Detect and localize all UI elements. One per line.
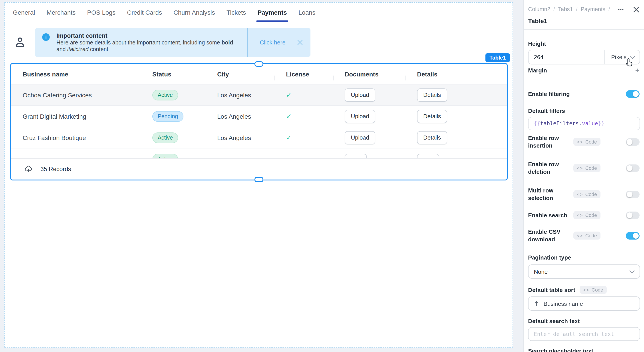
pagination-type-select[interactable]: None (528, 264, 640, 279)
code-toggle-button[interactable]: <>Code (574, 211, 600, 219)
records-count: 35 Records (40, 166, 71, 172)
code-toggle-button[interactable]: <>Code (574, 190, 600, 198)
default-search-input[interactable] (528, 331, 640, 337)
details-button[interactable]: Details (417, 88, 447, 102)
tab-churn-analysis[interactable]: Churn Analysis (174, 3, 215, 22)
tab-loans[interactable]: Loans (298, 3, 315, 22)
cell-city: Los Angeles (206, 113, 274, 120)
tab-pos-logs[interactable]: POS Logs (87, 3, 116, 22)
code-toggle-button[interactable]: <>Code (574, 138, 600, 146)
default-table-sort-label: Default table sort (528, 286, 575, 293)
tab-tickets[interactable]: Tickets (226, 3, 246, 22)
banner-link[interactable]: Click here (260, 39, 286, 46)
column-header-license[interactable]: License (274, 71, 333, 78)
details-button[interactable]: Details (417, 131, 447, 144)
margin-row: Margin + (528, 67, 640, 74)
info-icon: i (42, 33, 50, 41)
code-toggle-button[interactable]: <>Code (574, 232, 600, 240)
default-filters-label: Default filters (528, 107, 565, 115)
column-header-status[interactable]: Status (141, 71, 206, 78)
table-widget[interactable]: Business name Status City License Docume… (10, 63, 508, 180)
breadcrumb-item[interactable]: Tabs1 (558, 6, 573, 13)
app-stage: General Merchants POS Logs Credit Cards … (0, 0, 644, 352)
default-search-field (528, 327, 640, 341)
chevron-down-icon (630, 54, 635, 59)
cell-city: Los Angeles (206, 91, 274, 98)
user-icon[interactable] (14, 36, 26, 49)
banner-body: Here are some details about the importan… (56, 40, 233, 53)
enable-filtering-row: Enable filtering (528, 90, 640, 98)
multi-row-selection-toggle[interactable] (626, 190, 640, 198)
enable-filtering-label: Enable filtering (528, 90, 570, 98)
tab-credit-cards[interactable]: Credit Cards (127, 3, 162, 22)
column-header-business-name[interactable]: Business name (11, 71, 141, 78)
cell-business-name: Ochoa Catering Services (11, 91, 141, 98)
enable-search-toggle[interactable] (626, 211, 640, 219)
tab-payments[interactable]: Payments (258, 3, 287, 22)
cell-business-name: Cruz Fashion Boutique (11, 134, 141, 141)
status-badge: Pending (152, 111, 184, 122)
license-check-icon: ✓ (286, 91, 292, 99)
default-table-sort-row: Default table sort <>Code (528, 286, 607, 294)
status-badge: Active (152, 132, 178, 143)
table-row[interactable]: Grant Digital Marketing Pending Los Ange… (11, 106, 507, 127)
banner-title: Important content (56, 32, 233, 40)
download-csv-icon[interactable] (24, 165, 33, 174)
upload-button[interactable]: Upload (345, 110, 375, 123)
selection-badge[interactable]: Table1 (486, 53, 510, 62)
search-placeholder-text-label: Search placeholder text (528, 347, 593, 352)
enable-csv-download-row: Enable CSV download <>Code (528, 228, 640, 243)
more-menu-icon[interactable]: ••• (618, 7, 624, 12)
enable-row-insertion-toggle[interactable] (626, 138, 640, 146)
enable-filtering-toggle[interactable] (626, 90, 640, 98)
column-header-details[interactable]: Details (406, 71, 507, 78)
banner-close-icon[interactable] (297, 40, 303, 45)
pagination-type-label: Pagination type (528, 254, 571, 261)
tab-bar: General Merchants POS Logs Credit Cards … (5, 3, 512, 22)
height-input[interactable] (528, 54, 600, 61)
enable-row-deletion-row: Enable row deletion <>Code (528, 160, 640, 176)
multi-row-selection-row: Multi row selection <>Code (528, 187, 640, 202)
upload-button[interactable]: Upload (345, 88, 375, 102)
license-check-icon: ✓ (286, 134, 292, 142)
upload-button[interactable] (345, 154, 367, 158)
column-header-city[interactable]: City (206, 71, 274, 78)
license-check-icon: ✓ (286, 112, 292, 120)
default-filters-input[interactable]: {{tableFilters.value}} (528, 117, 640, 130)
details-button[interactable]: Details (417, 110, 447, 123)
margin-label: Margin (528, 67, 547, 74)
alert-banner: i Important content Here are some detail… (35, 28, 310, 57)
default-search-text-label: Default search text (528, 317, 580, 325)
code-toggle-button[interactable]: <>Code (574, 164, 600, 172)
cell-business-name: Grant Digital Marketing (11, 113, 141, 120)
details-button[interactable] (417, 154, 439, 158)
breadcrumb-item[interactable]: Column2 (528, 6, 550, 13)
status-badge: Active (152, 90, 178, 100)
chevron-down-icon (630, 268, 635, 273)
column-header-documents[interactable]: Documents (333, 71, 406, 78)
table-header: Business name Status City License Docume… (11, 64, 507, 85)
tab-general[interactable]: General (13, 3, 35, 22)
table-row[interactable]: Cruz Fashion Boutique Active Los Angeles… (11, 127, 507, 148)
breadcrumb: Column2 / Tabs1 / Payments / ••• (528, 6, 640, 13)
close-panel-icon[interactable] (633, 6, 640, 13)
code-toggle-button[interactable]: <>Code (580, 286, 607, 294)
enable-row-insertion-row: Enable row insertion <>Code (528, 134, 640, 149)
add-margin-icon[interactable]: + (635, 67, 640, 74)
breadcrumb-item[interactable]: Payments (581, 6, 605, 13)
height-label: Height (528, 40, 546, 48)
upload-button[interactable]: Upload (345, 131, 375, 144)
table-row-clipped[interactable]: Active (11, 148, 507, 158)
enable-search-row: Enable search <>Code (528, 211, 640, 219)
banner-action-section: Click here (248, 28, 310, 57)
tab-merchants[interactable]: Merchants (47, 3, 76, 22)
enable-csv-download-toggle[interactable] (626, 232, 640, 239)
table-row[interactable]: Ochoa Catering Services Active Los Angel… (11, 85, 507, 106)
height-field: Pixels (528, 50, 640, 65)
enable-row-deletion-toggle[interactable] (626, 164, 640, 172)
inspector-panel: Column2 / Tabs1 / Payments / ••• Table1 … (523, 0, 644, 352)
default-table-sort-input[interactable]: ↑ Business name (528, 296, 640, 311)
height-unit-dropdown[interactable]: Pixels (604, 50, 640, 64)
status-badge: Active (152, 154, 178, 158)
table-footer: 35 Records (11, 158, 507, 180)
